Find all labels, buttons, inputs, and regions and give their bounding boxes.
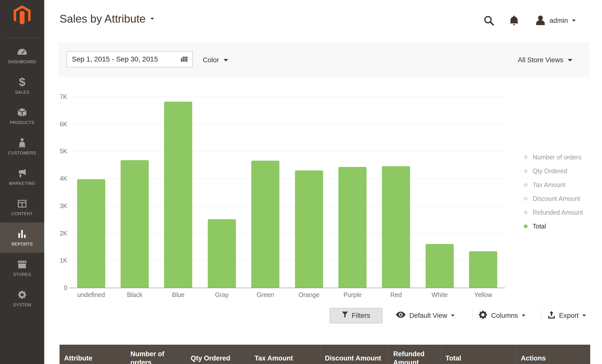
sidebar-item-customers[interactable]: CUSTOMERS: [0, 131, 44, 162]
bar-green[interactable]: [251, 161, 279, 288]
export-icon: [548, 311, 555, 320]
legend-item-refunded-amount[interactable]: Refunded Amount: [524, 209, 583, 216]
sidebar-item-dashboard[interactable]: DASHBOARD: [0, 40, 44, 71]
column-header-qty-ordered[interactable]: Qty Ordered: [186, 345, 250, 364]
filters-button-label: Filters: [352, 312, 370, 320]
sidebar-item-reports[interactable]: REPORTS: [0, 222, 44, 253]
columns-dropdown[interactable]: Columns: [478, 307, 525, 324]
chart-x-axis: undefinedBlackBlueGrayGreenOrangePurpleR…: [69, 291, 505, 298]
title-caret-icon[interactable]: [150, 18, 154, 20]
calendar-icon[interactable]: [181, 55, 187, 63]
magento-logo-icon[interactable]: [13, 5, 31, 26]
column-header-attribute[interactable]: Attribute: [60, 345, 126, 364]
chevron-down-icon: [224, 59, 228, 62]
legend-dot-icon: [524, 169, 528, 173]
bar-red[interactable]: [382, 166, 410, 288]
bar-undefined[interactable]: [77, 179, 105, 288]
legend-item-qty-ordered[interactable]: Qty Ordered: [524, 167, 583, 175]
x-axis-label-white: White: [418, 291, 461, 298]
column-header-label: Discount Amount: [325, 354, 381, 363]
y-axis-label: 0: [45, 284, 67, 291]
y-axis-label: 2K: [45, 229, 67, 237]
system-icon: [18, 289, 27, 300]
marketing-icon: [18, 168, 27, 179]
column-header-actions[interactable]: Actions: [516, 345, 590, 364]
toolbar-separator: [472, 309, 473, 322]
x-axis-label-green: Green: [244, 291, 287, 298]
eye-icon: [396, 312, 406, 320]
bar-yellow[interactable]: [469, 251, 497, 288]
column-header-tax-amount[interactable]: Tax Amount: [250, 345, 320, 364]
sidebar-item-products[interactable]: PRODUCTS: [0, 101, 44, 131]
column-header-total[interactable]: Total: [441, 345, 516, 364]
sidebar-item-content[interactable]: CONTENT: [0, 192, 44, 222]
chevron-down-icon: [522, 315, 525, 317]
sales-icon: $: [19, 77, 25, 88]
column-header-refunded-amount[interactable]: Refunded Amount: [389, 345, 441, 364]
page-title-text: Sales by Attribute: [60, 13, 145, 25]
date-range-input[interactable]: Sep 1, 2015 - Sep 30, 2015: [67, 51, 193, 67]
magento-admin-page: DASHBOARD$SALESPRODUCTSCUSTOMERSMARKETIN…: [0, 0, 602, 364]
content-icon: [18, 198, 26, 209]
chart-bars: [69, 97, 505, 288]
user-icon: [535, 15, 545, 26]
admin-caret-icon: [572, 20, 576, 22]
sidebar-item-label: PRODUCTS: [10, 120, 35, 125]
report-filter-bar: Sep 1, 2015 - Sep 30, 2015 Color All Sto…: [59, 43, 589, 77]
column-header-label: Tax Amount: [255, 354, 293, 363]
column-header-label: Attribute: [64, 354, 92, 363]
bar-orange[interactable]: [295, 170, 323, 288]
bar-black[interactable]: [121, 160, 149, 288]
sidebar-item-label: SALES: [15, 90, 29, 95]
gear-icon: [478, 310, 487, 321]
export-label: Export: [559, 312, 579, 320]
chart-plot-area: [69, 97, 505, 288]
legend-dot-icon: [524, 211, 528, 214]
header-actions: admin: [484, 15, 576, 26]
bar-purple[interactable]: [338, 167, 367, 288]
legend-dot-icon: [524, 183, 528, 187]
sidebar-item-stores[interactable]: STORES: [0, 253, 44, 283]
column-header-number-of-orders[interactable]: Number of orders: [126, 345, 186, 364]
page-title: Sales by Attribute: [60, 13, 154, 25]
sidebar-nav: DASHBOARD$SALESPRODUCTSCUSTOMERSMARKETIN…: [0, 40, 44, 314]
export-dropdown[interactable]: Export: [548, 307, 586, 324]
column-header-label: Actions: [521, 354, 546, 363]
notifications-bell-icon[interactable]: [510, 16, 518, 26]
filters-button[interactable]: Filters: [330, 308, 382, 323]
legend-item-total[interactable]: Total: [524, 223, 583, 230]
admin-username: admin: [549, 17, 568, 25]
sidebar-item-label: REPORTS: [12, 242, 33, 247]
legend-item-number-of-orders[interactable]: Number of orders: [524, 154, 583, 161]
default-view-dropdown[interactable]: Default View: [396, 307, 455, 324]
admin-account-menu[interactable]: admin: [535, 15, 576, 26]
x-axis-label-gray: Gray: [200, 291, 243, 298]
x-axis-label-orange: Orange: [287, 291, 331, 298]
legend-item-tax-amount[interactable]: Tax Amount: [524, 181, 583, 189]
sidebar-item-marketing[interactable]: MARKETING: [0, 162, 44, 192]
toolbar-separator: [541, 309, 542, 322]
sidebar-item-sales[interactable]: $SALES: [0, 71, 44, 101]
store-view-value: All Store Views: [518, 56, 563, 64]
column-header-discount-amount[interactable]: Discount Amount: [320, 345, 389, 364]
attribute-dropdown[interactable]: Color: [203, 43, 228, 77]
legend-dot-icon: [524, 155, 528, 159]
y-axis-label: 1K: [45, 257, 67, 264]
sidebar-item-label: STORES: [13, 272, 31, 277]
legend-item-discount-amount[interactable]: Discount Amount: [524, 195, 583, 202]
bar-white[interactable]: [426, 244, 454, 288]
column-header-label: Refunded Amount: [393, 350, 436, 364]
column-header-label: Total: [445, 354, 461, 363]
reports-icon: [18, 228, 26, 239]
sidebar-item-label: DASHBOARD: [8, 59, 36, 65]
chevron-down-icon: [451, 315, 455, 317]
bar-blue[interactable]: [164, 102, 192, 288]
chevron-down-icon: [582, 315, 586, 317]
x-axis-label-yellow: Yellow: [462, 291, 505, 298]
default-view-label: Default View: [409, 312, 447, 320]
sidebar-item-label: CUSTOMERS: [8, 151, 36, 156]
store-view-dropdown[interactable]: All Store Views: [518, 43, 572, 77]
bar-gray[interactable]: [208, 219, 236, 288]
x-axis-label-blue: Blue: [157, 291, 200, 298]
search-icon[interactable]: [484, 15, 494, 26]
